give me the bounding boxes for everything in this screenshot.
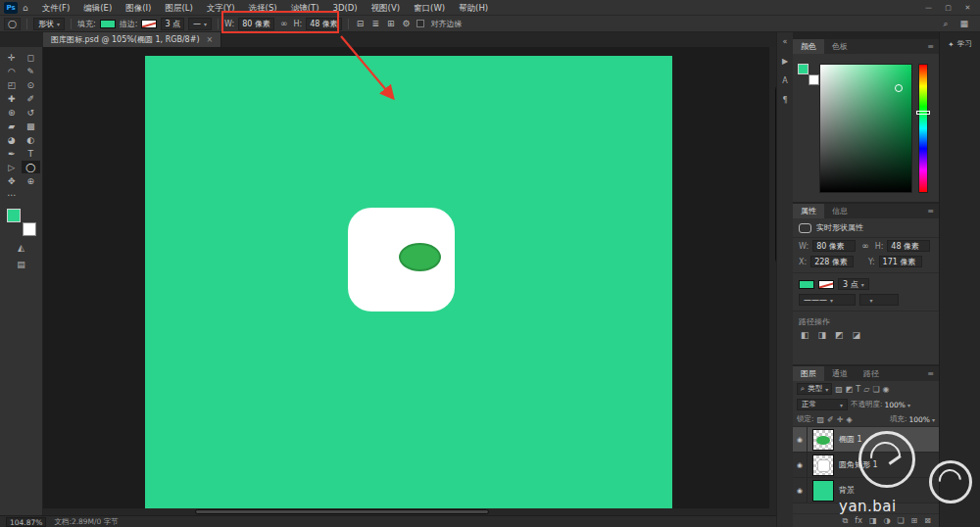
hue-slider-marker[interactable] [916,111,930,115]
minimize-button[interactable]: — [920,2,937,14]
quick-mask-icon[interactable]: ◭ [0,243,42,253]
tab-color[interactable]: 颜色 [793,39,824,54]
layer-name[interactable]: 背景 [839,485,855,496]
stroke-style-dropdown[interactable]: ——— [799,294,856,306]
filter-pixel-layers-icon[interactable]: ▨ [835,385,843,394]
pen-tool[interactable]: ✒ [2,147,22,160]
stroke-style-dropdown[interactable]: — [188,18,212,30]
layer-filter-dropdown[interactable]: ⌕ 类型 [797,383,832,395]
tab-properties[interactable]: 属性 [793,204,824,218]
expand-panels-icon[interactable]: « [783,37,788,46]
link-dimensions-icon[interactable]: ∞ [278,19,290,28]
stroke-width-field[interactable]: 3 点 [161,18,184,30]
menu-edit[interactable]: 编辑(E) [76,0,119,16]
filter-adjustment-layers-icon[interactable]: ◩ [846,385,854,394]
width-field[interactable]: 80 像素 [812,240,856,252]
menu-window[interactable]: 窗口(W) [407,0,452,16]
path-selection-tool[interactable]: ▷ [2,161,22,173]
quick-selection-tool[interactable]: ✎ [22,65,41,77]
move-tool[interactable]: ✛ [2,51,22,64]
visibility-eye-icon[interactable]: ◉ [793,427,808,452]
blur-tool[interactable]: ◕ [2,133,22,146]
stroke-swatch[interactable] [818,280,834,289]
tab-layers[interactable]: 图层 [793,366,824,381]
healing-brush-tool[interactable]: ✚ [2,92,22,105]
shape-height-field[interactable]: 48 像素 [306,18,342,30]
background-color-swatch[interactable] [808,74,819,85]
menu-image[interactable]: 图像(I) [119,0,158,16]
menu-help[interactable]: 帮助(H) [452,0,495,16]
filter-shape-layers-icon[interactable]: ▱ [863,385,869,394]
path-alignment-icon[interactable]: ≣ [369,19,381,28]
edit-toolbar-icon[interactable]: ⋯ [2,188,22,201]
menu-type[interactable]: 文字(Y) [200,0,242,16]
document-tab[interactable]: 图库图标.psd @ 105%(椭圆 1, RGB/8#) × [43,32,221,47]
crop-tool[interactable]: ◰ [2,78,22,91]
panel-menu-icon[interactable]: ≡ [922,39,939,54]
lock-position-icon[interactable]: ✛ [837,415,844,424]
lock-all-icon[interactable]: ◈ [847,415,853,424]
tab-info[interactable]: 信息 [824,204,856,218]
fill-swatch[interactable] [100,20,116,28]
home-icon[interactable]: ⌂ [23,3,28,13]
intersect-shapes-icon[interactable]: ◩ [835,330,844,340]
filter-toggle-icon[interactable]: ◉ [883,385,890,394]
blend-mode-dropdown[interactable]: 正常 [797,399,848,410]
layer-name[interactable]: 椭圆 1 [839,434,862,445]
stroke-width-dropdown[interactable]: 3 点 [838,278,869,290]
marquee-tool[interactable]: ◻ [22,51,41,64]
zoom-tool[interactable]: ⊕ [22,174,41,187]
tab-channels[interactable]: 通道 [824,366,856,381]
adjustment-layer-icon[interactable]: ◑ [883,516,890,525]
align-edges-checkbox[interactable] [416,20,424,27]
path-operations-icon[interactable]: ⊟ [355,19,367,28]
new-layer-icon[interactable]: ⊞ [911,516,918,525]
filter-type-layers-icon[interactable]: T [856,385,860,394]
fill-control[interactable]: 填充: 100% [890,414,935,424]
link-dimensions-icon[interactable]: ∞ [859,241,871,251]
fill-swatch[interactable] [799,280,814,289]
path-arrangement-icon[interactable]: ⊞ [385,19,397,28]
menu-filter[interactable]: 滤镜(T) [284,0,326,16]
layer-name[interactable]: 圆角矩形 1 [839,459,878,470]
layer-thumbnail[interactable] [812,480,834,502]
workspace-switcher-icon[interactable]: ▦ [957,19,970,29]
saturation-brightness-picker[interactable] [819,64,912,193]
hue-slider[interactable] [918,64,928,193]
lasso-tool[interactable]: ◠ [2,65,22,77]
layer-thumbnail[interactable] [812,455,834,476]
combine-shapes-icon[interactable]: ◧ [801,330,809,340]
vertical-scrollbar[interactable] [769,47,776,508]
menu-select[interactable]: 选择(S) [242,0,284,16]
layer-row-background[interactable]: ◉ 背景 [793,478,939,503]
ellipse-tool[interactable]: ◯ [22,161,41,173]
menu-view[interactable]: 视图(V) [365,0,407,16]
close-button[interactable]: ✕ [959,2,976,14]
eyedropper-tool[interactable]: ⊙ [22,78,41,91]
dodge-tool[interactable]: ◐ [22,133,41,146]
horizontal-scrollbar[interactable] [43,508,776,515]
tool-preset-picker[interactable]: ◯ [4,18,21,30]
learn-button[interactable]: ✦ 学习 [940,39,980,49]
y-field[interactable]: 171 像素 [879,256,922,267]
stroke-align-dropdown[interactable] [859,294,899,306]
layer-row-ellipse[interactable]: ◉ 椭圆 1 [793,427,939,453]
panel-menu-icon[interactable]: ≡ [922,204,939,218]
gradient-tool[interactable]: ▩ [22,120,41,132]
geometry-options-gear-icon[interactable]: ⚙ [401,19,413,28]
history-brush-tool[interactable]: ↺ [22,106,41,119]
foreground-color-swatch[interactable] [798,64,808,74]
new-group-icon[interactable]: ❏ [897,516,904,525]
tab-paths[interactable]: 路径 [856,366,887,381]
type-tool[interactable]: T [22,147,41,160]
menu-layer[interactable]: 图层(L) [158,0,199,16]
zoom-level-field[interactable]: 104.87% [6,517,46,527]
canvas-area[interactable] [43,47,776,515]
brush-tool[interactable]: ✐ [22,92,41,105]
panel-menu-icon[interactable]: ≡ [922,366,939,381]
tab-swatches[interactable]: 色板 [824,39,856,54]
menu-3d[interactable]: 3D(D) [325,0,364,16]
background-color-swatch[interactable] [23,222,36,236]
visibility-eye-icon[interactable]: ◉ [793,478,808,503]
delete-layer-icon[interactable]: ⊠ [924,516,931,525]
